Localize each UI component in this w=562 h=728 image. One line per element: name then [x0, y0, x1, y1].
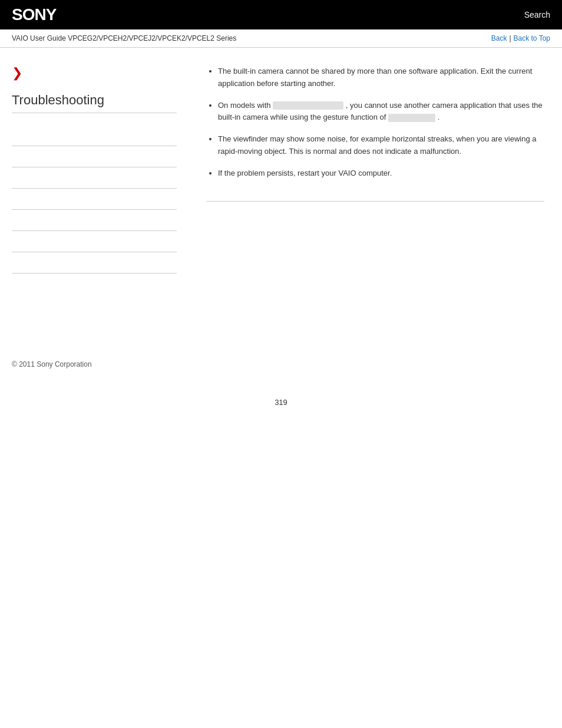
content-list: The built-in camera cannot be shared by …: [206, 65, 544, 202]
bullet-1-text: The built-in camera cannot be shared by …: [218, 67, 532, 88]
breadcrumb-bar: VAIO User Guide VPCEG2/VPCEH2/VPCEJ2/VPC…: [0, 29, 562, 48]
breadcrumb-separator: |: [509, 34, 511, 42]
breadcrumb-nav: Back | Back to Top: [491, 34, 550, 42]
sidebar-link[interactable]: [12, 131, 14, 140]
bullet-2-text-end: .: [438, 113, 440, 121]
sidebar: ❯ Troubleshooting: [0, 48, 189, 342]
bullet-4-text: If the problem persists, restart your VA…: [218, 169, 392, 177]
list-item[interactable]: [12, 210, 177, 231]
back-to-top-link[interactable]: Back to Top: [514, 34, 550, 42]
bullet-2-text-before: On models with: [218, 101, 271, 110]
main-container: ❯ Troubleshooting The built-in camera ca…: [0, 48, 562, 342]
sidebar-link[interactable]: [12, 259, 14, 267]
copyright-text: © 2011 Sony Corporation: [12, 360, 92, 368]
bullet-1: The built-in camera cannot be shared by …: [218, 65, 544, 90]
back-link[interactable]: Back: [491, 34, 507, 42]
bullet-3-text: The viewfinder may show some noise, for …: [218, 134, 536, 156]
inline-placeholder-1: [273, 101, 343, 110]
list-item[interactable]: [12, 189, 177, 210]
footer: © 2011 Sony Corporation: [0, 348, 562, 380]
page-number: 319: [0, 380, 562, 419]
bullet-4: If the problem persists, restart your VA…: [218, 167, 544, 180]
list-item[interactable]: [12, 167, 177, 189]
bullet-2: On models with , you cannot use another …: [218, 100, 544, 124]
inline-placeholder-2: [388, 114, 435, 122]
sidebar-link[interactable]: [12, 238, 14, 246]
list-item[interactable]: [12, 146, 177, 167]
chevron-icon: ❯: [12, 65, 177, 81]
list-item[interactable]: [12, 125, 177, 146]
main-content: The built-in camera cannot be shared by …: [189, 48, 562, 342]
sidebar-link[interactable]: [12, 216, 14, 225]
sidebar-link[interactable]: [12, 153, 14, 161]
sidebar-link[interactable]: [12, 195, 14, 203]
list-item[interactable]: [12, 231, 177, 252]
section-title: Troubleshooting: [12, 93, 177, 113]
list-item[interactable]: [12, 252, 177, 274]
header: SONY Search: [0, 0, 562, 29]
sidebar-links: [12, 125, 177, 274]
bullet-3: The viewfinder may show some noise, for …: [218, 133, 544, 158]
breadcrumb-title: VAIO User Guide VPCEG2/VPCEH2/VPCEJ2/VPC…: [12, 34, 236, 42]
sony-logo: SONY: [12, 5, 56, 24]
search-button[interactable]: Search: [524, 10, 550, 19]
sidebar-link[interactable]: [12, 174, 14, 182]
